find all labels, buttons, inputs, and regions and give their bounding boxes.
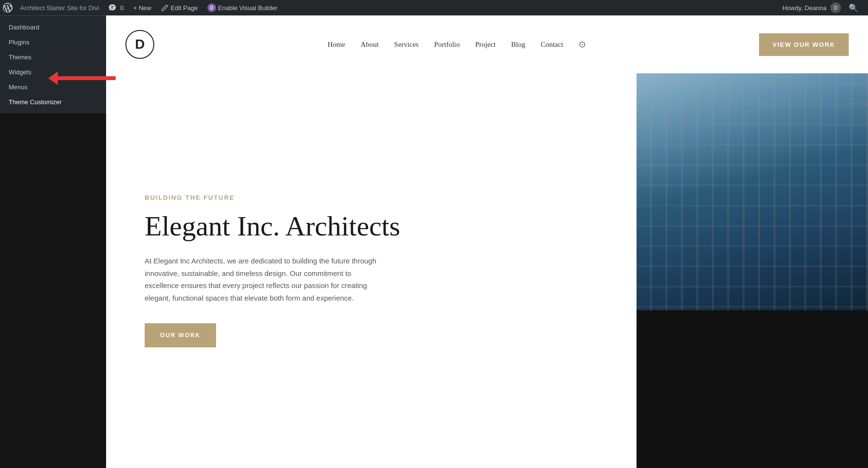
hero-subtitle: BUILDING THE FUTURE [145,194,598,201]
red-arrow-annotation [48,71,116,85]
dropdown-item-plugins[interactable]: Plugins [0,35,106,50]
hero-image [637,73,868,468]
admin-search-icon[interactable]: 🔍 [845,3,862,13]
hero-content: BUILDING THE FUTURE Elegant Inc. Archite… [106,73,637,468]
site-header: D Home About Services Portfolio Project … [106,15,868,73]
nav-services[interactable]: Services [394,41,419,49]
nav-portfolio[interactable]: Portfolio [434,41,460,49]
view-work-button[interactable]: VIEW OUR WORK [759,33,849,56]
hero-section: BUILDING THE FUTURE Elegant Inc. Archite… [106,73,868,468]
nav-blog[interactable]: Blog [511,41,525,49]
arrow-line [58,76,116,80]
nav-home[interactable]: Home [327,41,345,49]
nav-search-icon[interactable]: ⊙ [579,39,586,50]
howdy-label: Howdy, Deanna [782,4,827,12]
dropdown-item-theme-customizer[interactable]: Theme Customizer [0,95,106,110]
our-work-button[interactable]: OUR WORK [145,323,216,347]
hero-description: At Elegant Inc Architects, we are dedica… [145,255,386,304]
nav-project[interactable]: Project [475,41,496,49]
dropdown-item-themes[interactable]: Themes [0,50,106,65]
new-label: + New [134,4,151,12]
nav-about[interactable]: About [361,41,379,49]
edit-page-label: Edit Page [171,4,198,12]
visual-builder-label: Enable Visual Builder [218,4,277,12]
user-avatar[interactable]: D [830,2,841,13]
appearance-dropdown: Dashboard Plugins Themes Widgets Menus T… [0,15,106,113]
logo-area: D [125,30,154,59]
nav-contact[interactable]: Contact [541,41,563,49]
dropdown-item-dashboard[interactable]: Dashboard [0,20,106,35]
new-link[interactable]: + New [129,0,156,15]
site-logo: D [125,30,154,59]
comments-count: 0 [120,4,123,12]
comments-link[interactable]: 0 [104,0,128,15]
main-nav: Home About Services Portfolio Project Bl… [327,39,586,50]
visual-builder-link[interactable]: D Enable Visual Builder [203,0,282,15]
main-site: D Home About Services Portfolio Project … [0,15,868,468]
hero-title: Elegant Inc. Architects [145,211,598,242]
divi-badge-icon: D [207,3,216,12]
wp-logo[interactable] [0,0,15,15]
admin-bar: Architect Starter Site for Divi 0 + New … [0,0,868,15]
building-dark-overlay [637,310,868,468]
edit-page-link[interactable]: Edit Page [156,0,203,15]
arrow-head-icon [48,71,58,85]
admin-bar-right: Howdy, Deanna D 🔍 [782,2,868,13]
site-name-link[interactable]: Architect Starter Site for Divi [15,0,104,15]
